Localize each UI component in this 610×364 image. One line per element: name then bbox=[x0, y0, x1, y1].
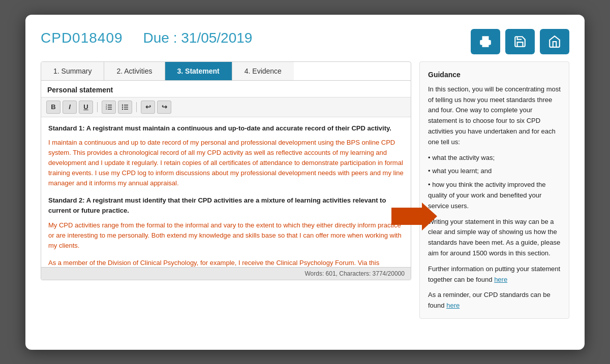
due-date: Due : 31/05/2019 bbox=[143, 30, 253, 46]
bold-button[interactable]: B bbox=[46, 101, 60, 114]
svg-point-7 bbox=[122, 106, 123, 107]
guidance-title: Guidance bbox=[428, 69, 561, 80]
section-label: Personal statement bbox=[41, 81, 411, 97]
guidance-para2: Writing your statement in this way can b… bbox=[428, 217, 561, 259]
toolbar-separator-2 bbox=[136, 102, 137, 112]
tab-evidence[interactable]: 4. Evidence bbox=[232, 62, 294, 80]
print-button[interactable] bbox=[471, 29, 500, 54]
guidance-para1: In this section, you will be concentrati… bbox=[428, 84, 561, 148]
save-button[interactable] bbox=[505, 29, 535, 54]
guidance-panel: Guidance In this section, you will be co… bbox=[419, 61, 569, 319]
undo-button[interactable]: ↩ bbox=[141, 101, 155, 114]
italic-button[interactable]: I bbox=[63, 101, 77, 114]
editor-toolbar: B I U 1 2 3 bbox=[41, 97, 411, 117]
redo-button[interactable]: ↪ bbox=[157, 101, 171, 114]
tab-statement[interactable]: 3. Statement bbox=[165, 62, 232, 80]
guidance-bullet3: • how you think the activity improved th… bbox=[428, 180, 561, 211]
tab-summary[interactable]: 1. Summary bbox=[41, 62, 104, 80]
action-buttons bbox=[471, 29, 569, 54]
left-panel: 1. Summary 2. Activities 3. Statement 4.… bbox=[41, 61, 411, 319]
editor-body[interactable]: Standard 1: A registrant must maintain a… bbox=[41, 117, 411, 267]
guidance-bullet2: • what you learnt; and bbox=[428, 166, 561, 177]
std2-text: My CPD activities range from the formal … bbox=[48, 220, 404, 251]
word-count: Words: 601, Characters: 3774/20000 bbox=[41, 267, 411, 280]
guidance-para3: Further information on putting your stat… bbox=[428, 264, 561, 285]
main-content: 1. Summary 2. Activities 3. Statement 4.… bbox=[41, 61, 569, 319]
editor-section: Personal statement B I U 1 2 bbox=[41, 81, 411, 280]
underline-button[interactable]: U bbox=[79, 101, 93, 114]
guidance-link2[interactable]: here bbox=[446, 302, 460, 309]
home-button[interactable] bbox=[540, 29, 569, 54]
tabs: 1. Summary 2. Activities 3. Statement 4.… bbox=[41, 61, 411, 81]
ordered-list-button[interactable]: 1 2 3 bbox=[102, 101, 116, 114]
toolbar-separator-1 bbox=[97, 102, 98, 112]
std1-heading: Standard 1: A registrant must maintain a… bbox=[48, 123, 404, 134]
tab-activities[interactable]: 2. Activities bbox=[104, 62, 165, 80]
svg-text:3: 3 bbox=[106, 108, 107, 110]
cpd-id: CPD018409 bbox=[41, 30, 123, 46]
std1-text: I maintain a continuous and up to date r… bbox=[48, 138, 404, 189]
std2-heading: Standard 2: A registrant must identify t… bbox=[48, 195, 404, 216]
svg-point-6 bbox=[122, 104, 123, 105]
guidance-bullet1: • what the activity was; bbox=[428, 153, 561, 163]
guidance-para4: As a reminder, our CPD standards can be … bbox=[428, 290, 561, 311]
unordered-list-button[interactable] bbox=[118, 101, 132, 114]
std3-text: As a member of the Division of Clinical … bbox=[48, 258, 404, 267]
svg-point-8 bbox=[122, 108, 123, 109]
guidance-link1[interactable]: here bbox=[494, 276, 507, 283]
